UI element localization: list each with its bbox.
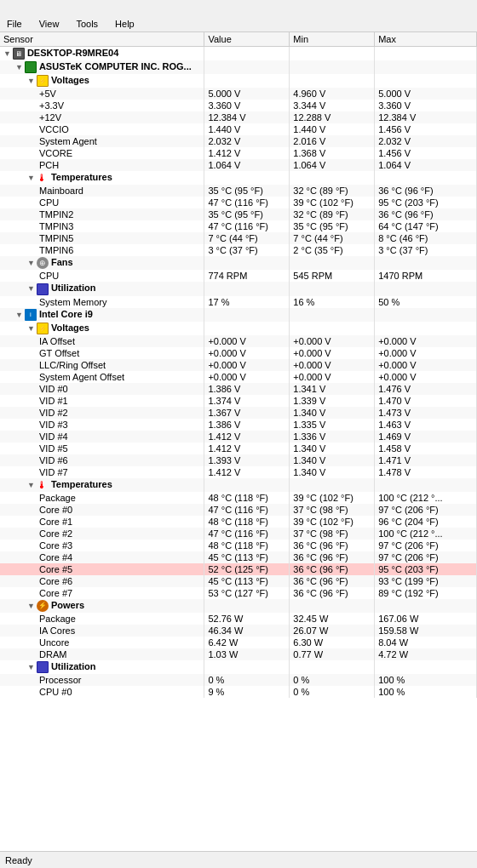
table-row[interactable]: ▼ASUSTeK COMPUTER INC. ROG... (0, 60, 477, 74)
table-row[interactable]: VID #61.393 V1.340 V1.471 V (0, 454, 477, 466)
value-cell: 47 °C (116 °F) (204, 220, 290, 232)
table-row[interactable]: ▼⊕Fans (0, 256, 477, 270)
table-row[interactable]: GT Offset+0.000 V+0.000 V+0.000 V (0, 347, 477, 359)
value-cell: 1.374 V (204, 395, 290, 407)
table-row[interactable]: TMPIN347 °C (116 °F)35 °C (95 °F)64 °C (… (0, 220, 477, 232)
table-row[interactable]: Core #247 °C (116 °F)37 °C (98 °F)100 °C… (0, 528, 477, 540)
table-row[interactable]: VID #31.386 V1.335 V1.463 V (0, 419, 477, 431)
table-row[interactable]: Core #348 °C (118 °F)36 °C (96 °F)97 °C … (0, 540, 477, 551)
min-cell: 36 °C (96 °F) (290, 540, 375, 551)
menu-help[interactable]: Help (112, 18, 138, 30)
table-row[interactable]: VID #01.386 V1.341 V1.476 V (0, 383, 477, 395)
table-row[interactable]: VID #41.412 V1.336 V1.469 V (0, 431, 477, 443)
menu-file[interactable]: File (3, 18, 26, 30)
value-cell: 1.412 V (204, 466, 290, 478)
sensor-cell: System Agent (0, 135, 204, 147)
table-row[interactable]: PCH1.064 V1.064 V1.064 V (0, 159, 477, 171)
max-cell: 1.478 V (375, 466, 477, 478)
min-cell (290, 47, 375, 61)
table-row[interactable]: VCORE1.412 V1.368 V1.456 V (0, 147, 477, 159)
sensor-cell: ▼Utilization (0, 282, 204, 295)
min-cell: 36 °C (96 °F) (290, 551, 375, 563)
table-row[interactable]: CPU774 RPM545 RPM1470 RPM (0, 270, 477, 282)
table-row[interactable]: CPU #09 %0 %100 % (0, 686, 477, 698)
table-row[interactable]: TMPIN57 °C (44 °F)7 °C (44 °F)8 °C (46 °… (0, 232, 477, 244)
menu-tools[interactable]: Tools (72, 18, 101, 30)
sensor-cell: TMPIN5 (0, 232, 204, 244)
min-cell: 1.341 V (290, 383, 375, 395)
value-cell: 1.393 V (204, 454, 290, 466)
max-cell (375, 60, 477, 74)
table-row[interactable]: CPU47 °C (116 °F)39 °C (102 °F)95 °C (20… (0, 197, 477, 208)
min-cell: 16 % (290, 296, 375, 308)
max-cell: 1.463 V (375, 419, 477, 431)
min-cell: 1.340 V (290, 454, 375, 466)
value-cell (204, 74, 290, 88)
sensor-cell: Core #7 (0, 587, 204, 599)
min-cell (290, 282, 375, 295)
sensor-table: Sensor Value Min Max ▼🖥DESKTOP-R9MRE04▼A… (0, 32, 477, 698)
status-text: Ready (5, 855, 32, 865)
max-cell (375, 660, 477, 674)
table-row[interactable]: ▼⚡Powers (0, 599, 477, 613)
table-row[interactable]: VID #51.412 V1.340 V1.458 V (0, 443, 477, 454)
table-row[interactable]: Core #148 °C (118 °F)39 °C (102 °F)96 °C… (0, 516, 477, 528)
table-row[interactable]: VID #11.374 V1.339 V1.470 V (0, 395, 477, 407)
table-row[interactable]: +5V5.000 V4.960 V5.000 V (0, 88, 477, 100)
table-row[interactable]: VID #71.412 V1.340 V1.478 V (0, 466, 477, 478)
table-row[interactable]: Core #047 °C (116 °F)37 °C (98 °F)97 °C … (0, 504, 477, 516)
sensor-cell: ▼Utilization (0, 660, 204, 674)
value-cell: 1.064 V (204, 159, 290, 171)
table-row[interactable]: Core #445 °C (113 °F)36 °C (96 °F)97 °C … (0, 551, 477, 563)
sensor-cell: ▼⚡Voltages (0, 322, 204, 335)
table-row[interactable]: ▼⚡Voltages (0, 322, 477, 335)
min-cell (290, 308, 375, 322)
value-cell: 52.76 W (204, 613, 290, 625)
table-row[interactable]: System Agent2.032 V2.016 V2.032 V (0, 135, 477, 147)
table-row[interactable]: IA Offset+0.000 V+0.000 V+0.000 V (0, 335, 477, 347)
max-cell: 1.473 V (375, 407, 477, 419)
max-cell: 100 °C (212 °... (375, 528, 477, 540)
sensor-cell: CPU (0, 197, 204, 208)
table-row[interactable]: DRAM1.03 W0.77 W4.72 W (0, 648, 477, 660)
table-row[interactable]: Package48 °C (118 °F)39 °C (102 °F)100 °… (0, 492, 477, 504)
table-row[interactable]: Processor0 %0 %100 % (0, 674, 477, 686)
table-row[interactable]: Core #753 °C (127 °F)36 °C (96 °F)89 °C … (0, 587, 477, 599)
min-cell (290, 322, 375, 335)
max-cell: 12.384 V (375, 111, 477, 123)
table-row[interactable]: ▼🖥DESKTOP-R9MRE04 (0, 47, 477, 61)
table-row[interactable]: Package52.76 W32.45 W167.06 W (0, 613, 477, 625)
max-cell: 1.064 V (375, 159, 477, 171)
sensor-table-container[interactable]: Sensor Value Min Max ▼🖥DESKTOP-R9MRE04▼A… (0, 32, 477, 851)
sensor-cell: VID #3 (0, 419, 204, 431)
table-row[interactable]: ▼Utilization (0, 660, 477, 674)
table-row[interactable]: System Agent Offset+0.000 V+0.000 V+0.00… (0, 371, 477, 383)
table-row[interactable]: Mainboard35 °C (95 °F)32 °C (89 °F)36 °C… (0, 185, 477, 197)
table-row[interactable]: +3.3V3.360 V3.344 V3.360 V (0, 100, 477, 111)
max-cell: 1.458 V (375, 443, 477, 454)
max-cell (375, 74, 477, 88)
menu-view[interactable]: View (36, 18, 63, 30)
value-cell: 2.032 V (204, 135, 290, 147)
table-row[interactable]: ▼Utilization (0, 282, 477, 295)
table-row[interactable]: Core #552 °C (125 °F)36 °C (96 °F)95 °C … (0, 563, 477, 575)
table-row[interactable]: ▼🌡Temperatures (0, 171, 477, 185)
table-row[interactable]: TMPIN63 °C (37 °F)2 °C (35 °F)3 °C (37 °… (0, 244, 477, 256)
table-row[interactable]: Uncore6.42 W6.30 W8.04 W (0, 637, 477, 648)
table-row[interactable]: +12V12.384 V12.288 V12.384 V (0, 111, 477, 123)
max-cell (375, 322, 477, 335)
min-cell: 0 % (290, 674, 375, 686)
value-cell: 774 RPM (204, 270, 290, 282)
table-row[interactable]: System Memory17 %16 %50 % (0, 296, 477, 308)
table-row[interactable]: ▼iIntel Core i9 (0, 308, 477, 322)
table-row[interactable]: VCCIO1.440 V1.440 V1.456 V (0, 123, 477, 135)
table-row[interactable]: VID #21.367 V1.340 V1.473 V (0, 407, 477, 419)
sensor-cell: VID #6 (0, 454, 204, 466)
value-cell (204, 660, 290, 674)
table-row[interactable]: ▼🌡Temperatures (0, 478, 477, 492)
table-row[interactable]: IA Cores46.34 W26.07 W159.58 W (0, 625, 477, 637)
table-row[interactable]: LLC/Ring Offset+0.000 V+0.000 V+0.000 V (0, 359, 477, 371)
table-row[interactable]: Core #645 °C (113 °F)36 °C (96 °F)93 °C … (0, 575, 477, 587)
table-row[interactable]: ▼⚡Voltages (0, 74, 477, 88)
table-row[interactable]: TMPIN235 °C (95 °F)32 °C (89 °F)36 °C (9… (0, 208, 477, 220)
